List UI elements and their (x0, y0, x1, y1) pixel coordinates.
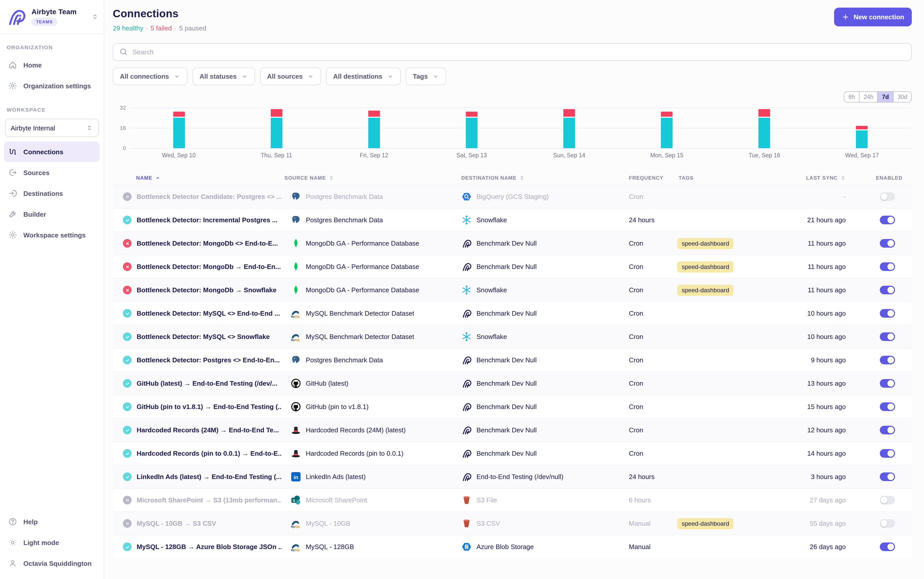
chevron-down-icon (307, 73, 314, 80)
toggle-knob (887, 380, 894, 387)
last-sync-cell: 11 hours ago (799, 286, 863, 294)
enabled-toggle[interactable] (880, 449, 895, 458)
time-range-6h[interactable]: 6h (845, 92, 859, 102)
table-row[interactable]: Bottleneck Detector: MySQL <> End-to-End… (113, 301, 912, 325)
destination-name: End-to-End Testing (/dev/null) (476, 473, 563, 481)
gear-icon (8, 81, 17, 90)
enabled-toggle[interactable] (880, 286, 895, 294)
mongodb-icon (290, 238, 301, 249)
table-row[interactable]: MySQL - 128GB → Azure Blob Storage JSOn … (113, 535, 912, 558)
table-row[interactable]: GitHub (pin to v1.8.1) → End-to-End Test… (113, 395, 912, 418)
frequency-cell: Cron (625, 333, 675, 340)
home-icon (8, 61, 17, 70)
table-row[interactable]: Bottleneck Detector: MongoDb <> End-to-E… (113, 231, 912, 255)
connection-name-cell: Hardcoded Records (pin to 0.0.1) → End-t… (113, 449, 281, 458)
filter-tags[interactable]: Tags (405, 67, 446, 85)
source-name: Microsoft SharePoint (306, 496, 367, 504)
table-row[interactable]: Bottleneck Detector Candidate: Postgres … (113, 185, 912, 208)
source-cell: MongoDb GA - Performance Database (281, 285, 457, 295)
enabled-toggle[interactable] (880, 426, 895, 434)
table-row[interactable]: Bottleneck Detector: MySQL <> SnowflakeM… (113, 325, 912, 348)
table-row[interactable]: Bottleneck Detector: Postgres <> End-to-… (113, 348, 912, 371)
sidebar-item-workspace-settings[interactable]: Workspace settings (4, 225, 100, 245)
status-failed-icon (123, 262, 131, 271)
enabled-toggle[interactable] (880, 262, 895, 271)
chevron-updown-icon (92, 13, 98, 20)
last-sync-cell: 11 hours ago (799, 263, 863, 270)
enabled-toggle[interactable] (880, 543, 895, 551)
sidebar-footer-item-octavia-squiddington[interactable]: Octavia Squiddington (4, 553, 100, 573)
x-axis-label: Mon, Sep 15 (618, 152, 716, 158)
table-row[interactable]: Bottleneck Detector: Incremental Postgre… (113, 208, 912, 231)
x-axis-label: Sat, Sep 13 (423, 152, 520, 158)
sidebar-item-sources[interactable]: Sources (4, 162, 100, 183)
x-axis-label: Sun, Sep 14 (520, 152, 618, 158)
enabled-toggle[interactable] (880, 496, 895, 504)
sort-ascending-icon (155, 175, 161, 180)
postgres-icon (290, 191, 301, 202)
sidebar-footer-item-light-mode[interactable]: Light mode (4, 532, 100, 553)
column-header-last-sync[interactable]: LAST SYNC (799, 175, 863, 180)
help-icon (8, 517, 17, 526)
column-header-name[interactable]: NAME (113, 175, 281, 180)
table-row[interactable]: GitHub (latest) → End-to-End Testing (/d… (113, 371, 912, 395)
nav-item-label: Sources (23, 169, 49, 176)
enabled-toggle[interactable] (880, 402, 895, 411)
filter-all-destinations[interactable]: All destinations (326, 67, 401, 85)
enabled-toggle[interactable] (880, 332, 895, 341)
table-row[interactable]: Hardcoded Records (24M) → End-to-End Te.… (113, 418, 912, 442)
filter-all-statuses[interactable]: All statuses (192, 67, 255, 85)
sidebar-item-destinations[interactable]: Destinations (4, 183, 100, 203)
enabled-toggle[interactable] (880, 356, 895, 364)
sun-icon (8, 538, 17, 547)
enabled-toggle[interactable] (880, 216, 895, 224)
table-row[interactable]: Bottleneck Detector: MongoDb → Snowflake… (113, 278, 912, 301)
table-row[interactable]: Bottleneck Detector: MongoDb → End-to-En… (113, 255, 912, 278)
time-range-selector: 6h24h7d30d (844, 92, 912, 103)
search-input[interactable] (113, 43, 912, 61)
airbyte-icon (461, 261, 472, 272)
frequency-cell: Cron (625, 403, 675, 411)
table-row[interactable]: LinkedIn Ads (latest) → End-to-End Testi… (113, 465, 912, 488)
destination-name: Benchmark Dev Null (476, 403, 537, 411)
bar-segment-failed (759, 109, 770, 117)
sidebar-footer-item-help[interactable]: Help (4, 512, 100, 532)
table-row[interactable]: Microsoft SharePoint → S3 (13mb performa… (113, 488, 912, 512)
enabled-toggle[interactable] (880, 309, 895, 318)
filter-all-connections[interactable]: All connections (113, 67, 187, 85)
workspace-selector[interactable]: Airbyte Internal (5, 119, 98, 137)
airbyte-icon (461, 471, 472, 482)
svg-text:MySQL: MySQL (291, 525, 300, 528)
chart-bar-slot (423, 108, 520, 148)
sidebar-item-organization-settings[interactable]: Organization settings (4, 75, 100, 96)
toggle-knob (887, 427, 894, 433)
mongodb-icon (290, 285, 301, 295)
filter-label: All statuses (200, 72, 237, 80)
sidebar-item-home[interactable]: Home (4, 55, 100, 75)
org-switcher[interactable]: Airbyte Team TEAMS (0, 0, 103, 34)
sort-icon (519, 175, 525, 180)
destination-name: Benchmark Dev Null (476, 426, 537, 434)
bar-segment-failed (856, 126, 868, 129)
sidebar-item-connections[interactable]: Connections (4, 142, 100, 162)
connection-name: Microsoft SharePoint → S3 (13mb performa… (137, 496, 281, 504)
chart-x-labels: Wed, Sep 10Thu, Sep 11Fri, Sep 12Sat, Se… (130, 152, 911, 158)
enabled-toggle[interactable] (880, 379, 895, 388)
enabled-toggle[interactable] (880, 473, 895, 481)
time-range-24h[interactable]: 24h (859, 92, 877, 102)
source-name: MongoDb GA - Performance Database (306, 286, 419, 294)
column-header-source-name[interactable]: SOURCE NAME (281, 175, 457, 180)
enabled-toggle[interactable] (880, 519, 895, 528)
filter-all-sources[interactable]: All sources (260, 67, 321, 85)
table-row[interactable]: Hardcoded Records (pin to 0.0.1) → End-t… (113, 442, 912, 465)
table-row[interactable]: MySQL - 10GB → S3 CSVMySQLMySQL - 10GBS3… (113, 512, 912, 535)
sidebar-item-builder[interactable]: Builder (4, 204, 100, 224)
column-header-destination-name[interactable]: DESTINATION NAME (457, 175, 625, 180)
enabled-toggle[interactable] (880, 192, 895, 201)
time-range-30d[interactable]: 30d (893, 92, 911, 102)
new-connection-button[interactable]: New connection (834, 8, 912, 26)
enabled-toggle[interactable] (880, 239, 895, 248)
sync-history-chart: 32160Wed, Sep 10Thu, Sep 11Fri, Sep 12Sa… (113, 105, 912, 164)
frequency-cell: 24 hours (625, 216, 675, 224)
time-range-7d[interactable]: 7d (878, 92, 893, 102)
